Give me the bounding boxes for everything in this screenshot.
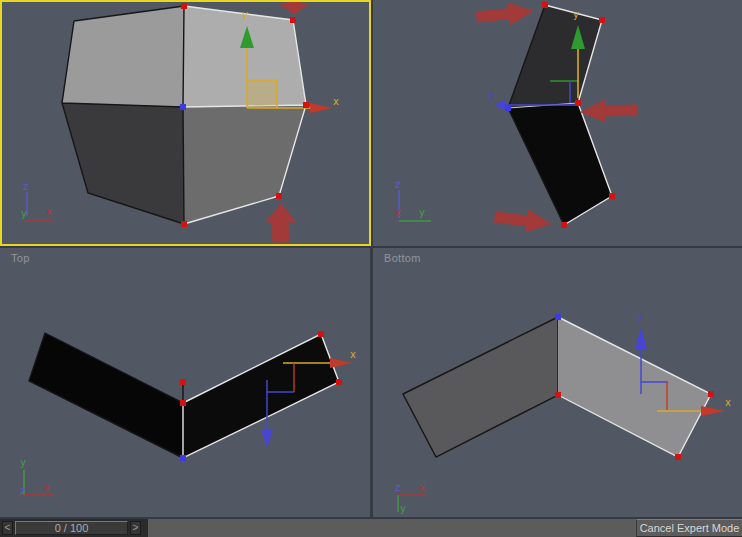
svg-text:z: z (20, 485, 25, 496)
gizmo-y-label: y (573, 9, 579, 20)
gizmo-x-label: x (333, 96, 339, 107)
world-axis-tripod: z x y (395, 482, 425, 514)
timeline-area: < 0 / 100 > (0, 519, 148, 537)
vertex-marker[interactable] (180, 104, 186, 110)
svg-text:z: z (23, 181, 28, 192)
world-axis-tripod: y z x (20, 457, 54, 496)
svg-text:x: x (395, 207, 401, 218)
mesh-face[interactable] (183, 6, 306, 107)
mesh-face[interactable] (183, 334, 339, 458)
mesh-face[interactable] (558, 317, 711, 457)
status-bar-right: Cancel Expert Mode (148, 519, 742, 537)
vertex-marker[interactable] (708, 391, 714, 397)
gizmo-y-arrowhead-icon[interactable] (261, 429, 273, 448)
svg-text:x: x (46, 206, 52, 217)
gizmo-z-label: z (637, 313, 642, 324)
viewport-side[interactable]: y z z x y (373, 0, 742, 246)
vertex-marker[interactable] (180, 379, 186, 385)
mesh-face[interactable] (62, 103, 184, 224)
svg-text:x: x (419, 482, 425, 493)
vertex-marker[interactable] (318, 331, 324, 337)
vertex-marker[interactable] (599, 17, 605, 23)
vertex-marker[interactable] (180, 400, 186, 406)
annotation-arrow-left-icon (581, 99, 638, 123)
gizmo-y-label: y (242, 9, 248, 20)
gizmo-z-arrowhead-icon[interactable] (494, 100, 505, 110)
viewport-bottom[interactable]: Bottom z x z x (373, 248, 742, 517)
vertex-marker[interactable] (181, 3, 187, 9)
timeline-slider[interactable]: 0 / 100 (15, 521, 128, 535)
vertex-marker[interactable] (675, 454, 681, 460)
svg-text:x: x (44, 482, 50, 493)
mesh-face[interactable] (62, 6, 184, 107)
world-axis-tripod: z x y (395, 179, 431, 221)
annotation-arrow-down-icon (280, 2, 308, 14)
svg-text:y: y (20, 457, 26, 468)
gizmo-z-arrowhead-icon[interactable] (635, 327, 647, 349)
vertex-marker[interactable] (290, 17, 296, 23)
viewport-canvas[interactable]: y z z x y (373, 0, 742, 246)
vertex-marker[interactable] (336, 379, 342, 385)
vertex-marker[interactable] (181, 221, 187, 227)
timeline-prev-button[interactable]: < (2, 521, 13, 535)
expert-mode-workspace: y x z y x (0, 0, 742, 537)
vertex-marker[interactable] (555, 314, 561, 320)
vertex-marker[interactable] (555, 392, 561, 398)
annotation-arrow-up-icon (266, 204, 296, 242)
annotation-arrow-right-icon (476, 0, 534, 28)
annotation-arrow-right-icon (494, 206, 552, 235)
gizmo-x-label: x (725, 397, 731, 408)
vertex-marker[interactable] (180, 455, 186, 461)
gizmo-x-arrowhead-icon[interactable] (701, 406, 725, 416)
gizmo-x-arrowhead-icon[interactable] (310, 103, 332, 113)
mesh-face[interactable] (403, 317, 558, 457)
svg-text:y: y (21, 208, 27, 219)
viewport-top[interactable]: Top x y z x (0, 248, 370, 517)
viewport-canvas[interactable]: x y z x (0, 248, 370, 517)
mesh-face[interactable] (29, 333, 183, 458)
viewport-perspective-active[interactable]: y x z y x (0, 0, 371, 246)
gizmo-plane-handle[interactable] (247, 80, 277, 108)
vertex-marker[interactable] (542, 2, 548, 8)
viewport-canvas[interactable]: z x z x y (373, 248, 742, 517)
world-axis-tripod: z y x (21, 181, 54, 220)
vertex-marker[interactable] (609, 193, 615, 199)
gizmo-z-label: z (488, 91, 493, 102)
mesh-face[interactable] (508, 103, 612, 225)
svg-text:z: z (395, 482, 400, 493)
vertex-marker[interactable] (303, 102, 309, 108)
mesh-face[interactable] (508, 5, 602, 108)
gizmo-x-arrowhead-icon[interactable] (330, 358, 352, 368)
svg-text:y: y (400, 503, 406, 514)
vertex-marker[interactable] (276, 193, 282, 199)
vertex-marker[interactable] (505, 105, 511, 111)
timeline-next-button[interactable]: > (130, 521, 141, 535)
vertex-marker[interactable] (561, 222, 567, 228)
viewport-canvas[interactable]: y x z y x (2, 2, 369, 244)
gizmo-x-label: x (350, 349, 356, 360)
vertex-marker[interactable] (575, 100, 581, 106)
svg-text:z: z (395, 179, 400, 190)
status-bar: < 0 / 100 > Cancel Expert Mode (0, 519, 742, 537)
cancel-expert-mode-button[interactable]: Cancel Expert Mode (636, 519, 742, 537)
svg-text:y: y (419, 207, 425, 218)
